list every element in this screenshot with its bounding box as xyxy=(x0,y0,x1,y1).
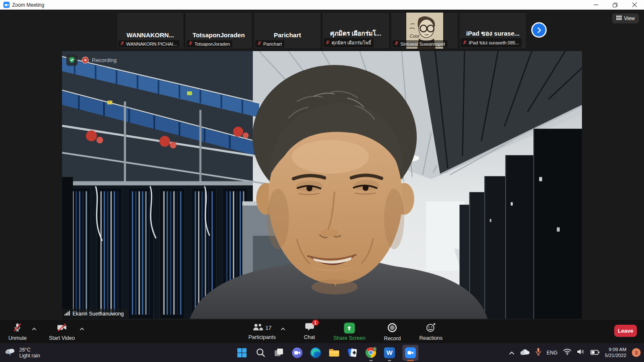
notification-count-badge[interactable]: 3 xyxy=(632,348,641,357)
chrome-browser-icon[interactable] xyxy=(365,343,377,362)
recording-status[interactable]: Recording xyxy=(82,57,117,64)
window-controls xyxy=(586,0,644,10)
participant-tile[interactable]: ศุภมิตร เผือกร่มโ... ศุภมิตร เผือกร่มโพธ… xyxy=(322,12,390,49)
zoom-running-indicator xyxy=(407,360,414,361)
start-button[interactable] xyxy=(236,343,248,362)
share-screen-button[interactable]: Share Screen xyxy=(333,320,365,343)
chat-button[interactable]: 1 Chat xyxy=(304,320,315,343)
participant-display-name: iPad ของ surase... xyxy=(460,13,526,42)
word-icon[interactable]: W xyxy=(384,343,395,362)
muted-mic-icon xyxy=(325,40,330,46)
restore-button[interactable] xyxy=(605,0,625,10)
muted-mic-icon xyxy=(188,41,193,47)
participant-display-name: ศุภมิตร เผือกร่มโ... xyxy=(322,13,389,42)
participant-name-label: iPad ของ suraseth 085... xyxy=(469,39,519,47)
video-off-icon xyxy=(57,323,67,334)
muted-mic-icon xyxy=(394,41,399,47)
participant-tile[interactable]: Cool Sintuwat Suwannapet xyxy=(391,12,458,49)
participants-icon xyxy=(253,323,263,333)
speaker-name-tag: Ekarin Suethanuwong xyxy=(62,309,127,319)
grid-view-icon xyxy=(616,16,622,21)
teams-chat-icon[interactable] xyxy=(291,343,303,362)
audio-level-icon xyxy=(65,310,70,317)
encryption-shield-icon[interactable] xyxy=(66,54,78,66)
record-button[interactable]: Record xyxy=(384,320,401,343)
participant-display-name: TotsaponJoraden xyxy=(185,13,252,42)
hidden-icons-chevron[interactable] xyxy=(509,349,514,357)
speaker-name: Ekarin Suethanuwong xyxy=(73,311,124,317)
search-button[interactable] xyxy=(254,343,266,362)
muted-mic-icon xyxy=(257,41,262,47)
onedrive-cloud-icon[interactable] xyxy=(520,349,530,357)
participants-button[interactable]: 17 Participants xyxy=(248,320,275,340)
zoom-app-icon xyxy=(3,2,10,8)
recording-label: Recording xyxy=(92,57,117,63)
zoom-taskbar-icon[interactable] xyxy=(402,343,419,362)
weather-widget[interactable]: 26°C Light rain xyxy=(4,343,40,362)
chat-unread-badge: 1 xyxy=(312,320,319,326)
datacenter-background xyxy=(62,51,582,319)
main-speaker-video[interactable]: Recording Ekarin Suethanuwong xyxy=(62,51,582,319)
weather-desc: Light rain xyxy=(19,353,40,359)
date: 5/21/2022 xyxy=(605,353,626,359)
muted-mic-icon xyxy=(120,41,125,47)
avatar-caption-text: Cool xyxy=(410,34,419,39)
muted-mic-icon xyxy=(462,40,467,46)
muted-mic-icon xyxy=(13,323,22,334)
unmute-button[interactable]: Unmute xyxy=(8,320,27,341)
time: 9:09 AM xyxy=(609,347,626,353)
zoom-toolbar: Unmute Start Video 17 Partici xyxy=(0,320,644,343)
volume-icon[interactable] xyxy=(577,349,585,357)
audio-options-chevron[interactable] xyxy=(32,326,36,332)
start-video-button[interactable]: Start Video xyxy=(49,320,75,341)
record-icon xyxy=(387,323,397,334)
zoom-meeting-window: Zoom Meeting View WANNAKORN... WANNAKORN… xyxy=(0,0,644,362)
participant-name-label: Parichart xyxy=(263,41,282,47)
leave-button[interactable]: Leave xyxy=(614,325,637,337)
title-bar: Zoom Meeting xyxy=(0,0,644,10)
participants-count: 17 xyxy=(265,325,271,331)
participant-tile[interactable]: iPad ของ surase... iPad ของ suraseth 085… xyxy=(459,12,527,49)
solitaire-icon[interactable] xyxy=(347,343,358,362)
task-view-button[interactable] xyxy=(273,343,285,362)
participant-name-label: ศุภมิตร เผือกร่มโพธิ์ xyxy=(332,39,371,47)
participant-tile[interactable]: TotsaponJoraden TotsaponJoraden xyxy=(185,12,252,49)
participant-name-label: TotsaponJoraden xyxy=(195,41,230,47)
windows-taskbar: 26°C Light rain W ENG 9:09 AM xyxy=(0,343,644,362)
participant-display-name: Parichart xyxy=(254,13,321,42)
view-button[interactable]: View xyxy=(612,13,639,23)
microphone-in-use-icon[interactable] xyxy=(535,348,541,357)
chrome-running-indicator xyxy=(369,360,373,361)
participant-name-label: WANNAKORN PICHAI... xyxy=(126,41,177,47)
file-explorer-icon[interactable] xyxy=(328,343,340,362)
close-button[interactable] xyxy=(625,0,644,10)
reactions-smiley-icon xyxy=(426,323,436,334)
next-participants-page-button[interactable] xyxy=(531,22,547,38)
participant-tile[interactable]: Parichart Parichart xyxy=(254,12,321,49)
window-title: Zoom Meeting xyxy=(12,2,44,8)
participant-name-label: Sintuwat Suwannapet xyxy=(400,41,445,47)
word-running-indicator xyxy=(388,360,391,361)
recording-stop-icon xyxy=(82,57,89,64)
wifi-icon[interactable] xyxy=(563,349,571,357)
participant-display-name: WANNAKORN... xyxy=(117,13,184,42)
reactions-button[interactable]: Reactions xyxy=(419,320,443,343)
language-indicator[interactable]: ENG xyxy=(547,350,558,356)
minimize-button[interactable] xyxy=(586,0,605,10)
clock[interactable]: 9:09 AM 5/21/2022 xyxy=(605,347,626,358)
edge-browser-icon[interactable] xyxy=(310,343,322,362)
weather-temp: 26°C xyxy=(19,347,40,353)
recording-indicator: Recording xyxy=(66,54,117,66)
video-options-chevron[interactable] xyxy=(80,326,84,332)
participant-tile[interactable]: WANNAKORN... WANNAKORN PICHAI... xyxy=(117,12,184,49)
share-screen-icon xyxy=(344,323,355,334)
participants-options-chevron[interactable] xyxy=(281,326,286,332)
meeting-area: View WANNAKORN... WANNAKORN PICHAI... To… xyxy=(0,10,644,320)
system-tray: ENG 9:09 AM 5/21/2022 3 xyxy=(509,343,641,362)
battery-icon[interactable] xyxy=(590,349,600,357)
weather-rain-icon xyxy=(4,347,16,359)
